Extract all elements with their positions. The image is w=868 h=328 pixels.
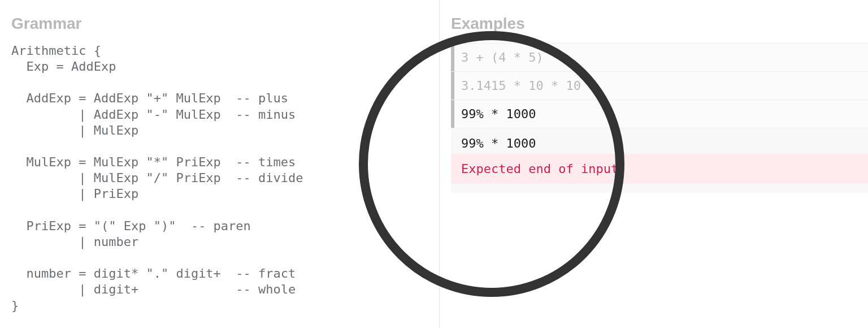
- example-output: 99% * 1000: [451, 128, 868, 154]
- status-indicator: [451, 44, 454, 71]
- error-message: Expected end of input: [451, 154, 868, 184]
- example-text: 99% * 1000: [461, 107, 536, 121]
- example-output-container: 99% * 1000 Expected end of input: [451, 128, 868, 193]
- status-indicator: [451, 72, 454, 100]
- examples-title: Examples: [451, 15, 868, 33]
- example-row[interactable]: 3 + (4 * 5): [451, 43, 868, 71]
- example-row[interactable]: 99% * 1000: [451, 100, 868, 128]
- grammar-editor[interactable]: Arithmetic { Exp = AddExp AddExp = AddEx…: [11, 43, 428, 314]
- example-row[interactable]: 3.1415 * 10 * 10: [451, 71, 868, 100]
- grammar-title: Grammar: [11, 15, 428, 33]
- example-text: 3.1415 * 10 * 10: [461, 79, 581, 93]
- example-text: 3 + (4 * 5): [461, 50, 544, 64]
- examples-panel: Examples 3 + (4 * 5) 3.1415 * 10 * 10 99…: [440, 0, 868, 328]
- status-indicator: [451, 100, 454, 128]
- grammar-panel: Grammar Arithmetic { Exp = AddExp AddExp…: [0, 0, 440, 328]
- examples-list: 3 + (4 * 5) 3.1415 * 10 * 10 99% * 1000 …: [451, 43, 868, 193]
